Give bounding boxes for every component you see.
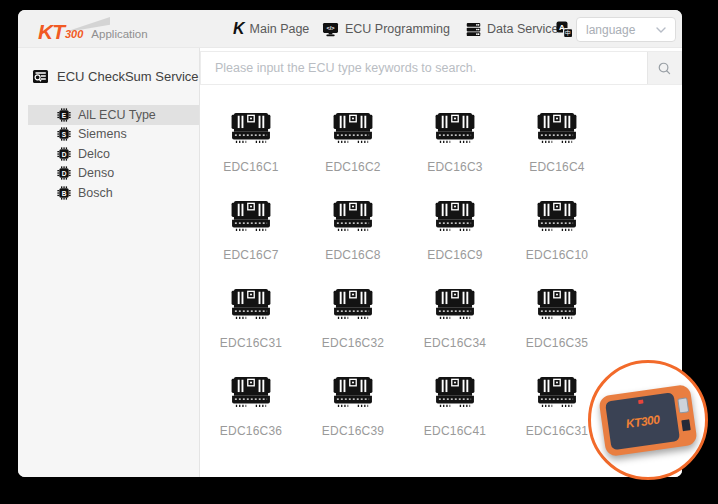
ecu-type-label: EDC16C7 xyxy=(223,248,278,262)
ecu-type-card[interactable]: EDC16C41 xyxy=(404,375,506,440)
ecu-type-label: EDC16C35 xyxy=(526,336,588,350)
topbar: KT 300 Application K Main Page </> ECU P… xyxy=(18,10,682,48)
ecu-type-label: EDC16C10 xyxy=(526,248,588,262)
ecu-type-card[interactable]: EDC16C10 xyxy=(506,199,608,264)
ecu-type-label: EDC16C1 xyxy=(223,160,278,174)
ecu-type-card[interactable]: EDC16C4 xyxy=(506,111,608,176)
code-monitor-icon: </> xyxy=(322,22,339,37)
nav-data-service[interactable]: Data Service xyxy=(466,10,559,48)
sidebar-item-label: Delco xyxy=(78,147,110,161)
sidebar-item-siemens[interactable]: S Siemens xyxy=(28,125,199,145)
sidebar-item-all-ecu-type[interactable]: E AlL ECU Type xyxy=(28,105,199,125)
ecu-type-label: EDC16C3 xyxy=(427,160,482,174)
search-button[interactable] xyxy=(647,52,681,84)
svg-text:D: D xyxy=(62,170,67,177)
ecu-type-card[interactable]: EDC16C39 xyxy=(302,375,404,440)
k-logo-icon: K xyxy=(233,20,244,38)
ecu-type-label: EDC16C2 xyxy=(325,160,380,174)
ecu-type-card[interactable]: EDC16C1 xyxy=(200,111,302,176)
ecu-type-card[interactable]: EDC16C32 xyxy=(302,287,404,352)
ecu-type-card[interactable]: EDC16C7 xyxy=(200,199,302,264)
search-bar xyxy=(200,51,682,85)
svg-text:D: D xyxy=(62,151,67,158)
nav-ecu-programming[interactable]: </> ECU Programming xyxy=(322,10,450,48)
device-led xyxy=(638,399,644,404)
chevron-down-icon xyxy=(656,27,666,33)
ecu-type-label: EDC16C34 xyxy=(424,336,486,350)
ecu-module-icon xyxy=(332,111,374,147)
brand-300: 300 xyxy=(65,28,83,40)
translate-icon: A 中 xyxy=(556,21,573,42)
sidebar-item-label: Siemens xyxy=(78,127,127,141)
ecu-type-label: EDC16C32 xyxy=(322,336,384,350)
sidebar-header: ECU CheckSum Service xyxy=(18,48,199,99)
ecu-type-label: EDC16C8 xyxy=(325,248,380,262)
app-logo: KT 300 Application xyxy=(38,10,148,48)
ecu-type-card[interactable]: EDC16C8 xyxy=(302,199,404,264)
ecu-type-card[interactable]: EDC16C35 xyxy=(506,287,608,352)
app-window: KT 300 Application K Main Page </> ECU P… xyxy=(18,10,682,477)
sidebar-item-label: Denso xyxy=(78,166,114,180)
ecu-type-card[interactable]: EDC16C34 xyxy=(404,287,506,352)
svg-text:</>: </> xyxy=(326,25,335,31)
ecu-type-label: EDC16C36 xyxy=(220,424,282,438)
chip-letter-icon: S xyxy=(57,127,71,141)
chip-letter-icon: E xyxy=(57,108,71,122)
ecu-module-icon xyxy=(536,287,578,323)
ecu-module-icon xyxy=(434,287,476,323)
ecu-module-icon xyxy=(332,375,374,411)
ecu-module-icon xyxy=(536,111,578,147)
chip-letter-icon: D xyxy=(57,166,71,180)
search-input[interactable] xyxy=(201,52,647,84)
ecu-type-card[interactable]: EDC16C9 xyxy=(404,199,506,264)
device-connector-port xyxy=(677,397,689,413)
ecu-module-icon xyxy=(434,111,476,147)
brand-menu: E AlL ECU Type S Siemens D xyxy=(18,105,199,203)
ecu-module-icon xyxy=(434,199,476,235)
ecu-module-icon xyxy=(536,199,578,235)
ecu-type-label: EDC16C31 xyxy=(220,336,282,350)
ecu-type-card[interactable]: EDC16C3 xyxy=(404,111,506,176)
ecu-module-icon xyxy=(332,287,374,323)
ecu-module-icon xyxy=(230,199,272,235)
ecu-module-icon xyxy=(536,375,578,411)
sidebar-item-delco[interactable]: D Delco xyxy=(28,144,199,164)
ecu-type-label: EDC16C4 xyxy=(529,160,584,174)
kt300-device-image: KT300 xyxy=(598,383,698,456)
device-logo-label: KT300 xyxy=(625,412,660,431)
device-badge: KT300 xyxy=(588,360,708,480)
nav-main-page[interactable]: K Main Page xyxy=(233,10,309,48)
ecu-type-label: EDC16C9 xyxy=(427,248,482,262)
screen: KT 300 Application K Main Page </> ECU P… xyxy=(0,0,718,504)
brand-kt: KT xyxy=(38,23,64,40)
ecu-type-card[interactable]: EDC16C2 xyxy=(302,111,404,176)
ecu-module-icon xyxy=(332,199,374,235)
svg-text:E: E xyxy=(62,112,67,119)
ecu-module-icon xyxy=(230,111,272,147)
sidebar-header-label: ECU CheckSum Service xyxy=(57,69,199,84)
sidebar-item-denso[interactable]: D Denso xyxy=(28,164,199,184)
language-select[interactable]: language xyxy=(576,17,676,42)
chip-letter-icon: D xyxy=(57,147,71,161)
ecu-type-card[interactable]: EDC16C36 xyxy=(200,375,302,440)
sidebar-item-label: Bosch xyxy=(78,186,113,200)
ecu-module-icon xyxy=(230,375,272,411)
search-icon xyxy=(657,61,672,76)
device-top-panel: KT300 xyxy=(605,392,680,450)
device-usb-port xyxy=(681,419,690,431)
window-body: ECU CheckSum Service E AlL ECU Type xyxy=(18,48,682,477)
sidebar-item-label: AlL ECU Type xyxy=(78,108,156,122)
svg-text:B: B xyxy=(62,190,67,197)
svg-text:S: S xyxy=(62,131,67,138)
chip-letter-icon: B xyxy=(57,186,71,200)
ecu-module-icon xyxy=(230,287,272,323)
nav-label: Main Page xyxy=(250,22,310,36)
sidebar-item-bosch[interactable]: B Bosch xyxy=(28,183,199,203)
ecu-type-card[interactable]: EDC16C31 xyxy=(200,287,302,352)
ecu-type-label: EDC16C39 xyxy=(322,424,384,438)
language-select-value: language xyxy=(586,23,635,37)
ecu-type-label: EDC16C41 xyxy=(424,424,486,438)
checksum-service-icon xyxy=(32,68,49,85)
svg-text:中: 中 xyxy=(565,30,571,36)
server-icon xyxy=(466,22,481,37)
